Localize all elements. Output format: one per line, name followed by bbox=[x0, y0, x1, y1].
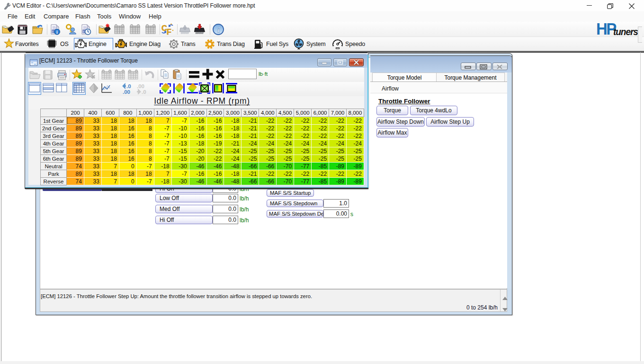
svg-text:F: F bbox=[167, 28, 171, 36]
svg-text:i: i bbox=[56, 29, 58, 35]
svg-text:i: i bbox=[217, 26, 220, 35]
svg-text:.0: .0 bbox=[126, 83, 131, 89]
svg-text:.00: .00 bbox=[137, 83, 144, 89]
svg-text:.00: .00 bbox=[123, 89, 130, 94]
svg-text:.0: .0 bbox=[142, 89, 146, 94]
